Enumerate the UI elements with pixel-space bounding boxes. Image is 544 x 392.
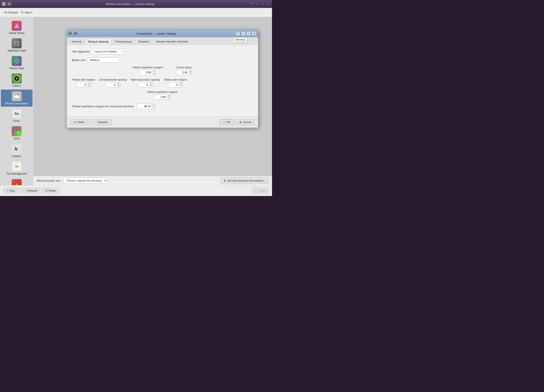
dialog-menu-icon2[interactable] [74,32,77,35]
app-icon: ⊞ [2,2,6,6]
maximized-up[interactable]: ▲ [152,104,155,107]
button-size-label: Button size: [72,59,86,62]
sidebar-item-window-decorations[interactable]: Window Decorations [1,89,32,107]
titlebar-tb-col: Titlebar top/bottom margins: 2.80 ▲ ▼ [132,66,164,75]
main-window-title: Window Decorations — System Settings [11,2,249,6]
titlebar-tb-label: Titlebar top/bottom margins: [132,66,164,69]
bottom-bar: ? Help ⬜ Defaults ↺ Reset ✓ Apply [0,185,272,196]
corner-radius-spinbox: 2.00 ▲ ▼ [176,70,192,75]
help-bottom-button[interactable]: ? Help [3,188,18,194]
tab-sizing-spacing[interactable]: Sizing & Spacing [85,39,112,45]
side-margins-input2[interactable] [168,82,179,87]
sidebar-item-splash-screen[interactable]: Splash Screen [1,178,32,185]
back-label: All Settings [4,11,18,14]
reset-bottom-button[interactable]: ↺ Reset [42,188,59,194]
titlebar-tb-btns2: ▲ ▼ [167,95,171,99]
title-alignment-dropdown-wrapper: Centre (Full Width) ▾ [92,49,125,54]
maximize-button[interactable]: □ [260,2,265,6]
sidebar-item-global-theme[interactable]: Global Theme [1,19,32,36]
dialog-reset-button[interactable]: ↺ Reset [70,119,88,125]
dialog-ok-button[interactable]: ✓ OK [219,119,234,125]
side-margins-btns1: ▲ ▼ [87,82,91,87]
side-margins-spinbox1: ▲ ▼ [77,82,91,87]
dialog-maximize-button[interactable]: □ [246,31,251,36]
title-alignment-label: Title alignment: [72,50,90,53]
titlebar-tb-col2: Titlebar top/bottom margins: ▲ ▼ [147,91,178,100]
sidebar-item-cursors[interactable]: Cursors [1,142,32,159]
side-margins-down2[interactable]: ▼ [179,85,183,87]
dialog-minimize-button[interactable]: ─ [241,31,246,36]
get-new-label: Get New Window Decorations... [227,179,266,182]
maximized-down[interactable]: ▼ [152,107,155,109]
side-margins-input1[interactable] [77,82,87,87]
left-btn-down[interactable]: ▼ [117,85,120,87]
dialog-menu-icon[interactable] [69,32,72,35]
right-btn-up[interactable]: ▲ [149,82,153,85]
button-size-select[interactable]: Medium [88,58,121,63]
maximized-input[interactable] [137,104,152,109]
plasma-style-icon [12,56,22,66]
close-button[interactable]: ✕ [266,2,270,6]
titlebar-tb-up[interactable]: ▲ [153,70,156,72]
svg-rect-1 [15,41,19,45]
titlebar-tb-input2[interactable] [154,95,167,99]
help-nav-button[interactable]: 🛈 Help ▾ [21,11,32,14]
dialog-help-button[interactable]: ? [236,31,240,36]
tab-window-specific[interactable]: Window-Specific Overrides [153,39,192,45]
svg-point-5 [14,76,19,81]
menu-icon[interactable] [7,2,11,6]
dialog-cancel-button[interactable]: ⊗ Cancel [236,119,255,125]
titlebar-tb-up2[interactable]: ▲ [167,95,171,97]
tab-shadows[interactable]: Shadows [135,39,153,45]
sidebar-item-font-management[interactable]: Aa Font Management [1,160,32,177]
side-margins-label2: Titlebar side margins: [164,78,187,81]
left-btn-spacing-label: Left-hand button spacing: [99,78,127,81]
left-btn-spinbox: ▲ ▼ [106,82,120,87]
help-button[interactable]: ? [249,2,254,6]
sidebar-item-application-style[interactable]: Application Style [1,37,32,54]
apply-bottom-button[interactable]: ✓ Apply [252,188,269,194]
corner-radius-input[interactable]: 2.00 [176,70,189,75]
titlebar-tb-down[interactable]: ▼ [153,72,156,75]
sidebar-item-plasma-style[interactable]: Plasma Style [1,54,32,71]
back-button[interactable]: ‹ All Settings [2,11,18,14]
dialog-title-bar: ClassikStyles — System Settings ? ─ Mini… [67,30,258,37]
left-btn-input[interactable] [106,82,117,87]
sidebar-item-fonts[interactable]: Aa Fonts [1,107,32,124]
side-margins-down1[interactable]: ▼ [88,85,91,87]
side-margins-up1[interactable]: ▲ [88,82,91,85]
side-margins-up2[interactable]: ▲ [179,82,183,85]
splash-icon [12,179,22,185]
dialog-title: ClassikStyles — System Settings [79,32,234,35]
minimize-button[interactable]: ─ [255,2,260,6]
right-btn-spacing-label: Right-hand button spacing: [130,78,160,81]
svg-marker-14 [15,147,18,151]
icons-icon [12,126,22,136]
button-size-dropdown-wrapper: Medium ▾ [88,58,121,63]
defaults-bottom-button[interactable]: ⬜ Defaults [20,188,40,194]
window-border-bar: Window border size: Theme's default (No … [33,176,272,185]
get-new-decorations-button[interactable]: ⬇ Get New Window Decorations... [221,178,269,184]
corner-radius-up[interactable]: ▲ [189,70,192,72]
help-icon: 🛈 [21,11,24,14]
right-btn-input[interactable] [138,82,149,87]
titlebar-tb-down2[interactable]: ▼ [167,97,171,100]
dialog-reset-label: Reset [77,121,84,124]
tab-general[interactable]: General [69,39,84,45]
sidebar-item-icons[interactable]: Icons [1,125,32,142]
window-border-select[interactable]: Theme's default (No Borders) [64,178,107,184]
sidebar-item-colours[interactable]: Colours [1,72,32,89]
right-btn-down[interactable]: ▼ [149,85,153,87]
title-alignment-select[interactable]: Centre (Full Width) [92,49,125,54]
svg-point-8 [18,94,19,95]
svg-rect-12 [14,131,17,134]
corner-radius-down[interactable]: ▼ [189,72,192,75]
tab-transparency[interactable]: Transparency [112,39,135,45]
maximized-label: Titlebar top/bottom margins for maximize… [72,105,134,108]
dialog-close-button[interactable]: ✕ [252,31,256,36]
reset-icon: ↺ [74,121,76,124]
left-btn-up[interactable]: ▲ [117,82,120,85]
dialog-defaults-button[interactable]: ⬜ Defaults [89,119,111,125]
side-margins-col1: Titlebar side margins: ▲ ▼ [72,78,96,87]
titlebar-tb-input[interactable]: 2.80 [140,70,153,75]
